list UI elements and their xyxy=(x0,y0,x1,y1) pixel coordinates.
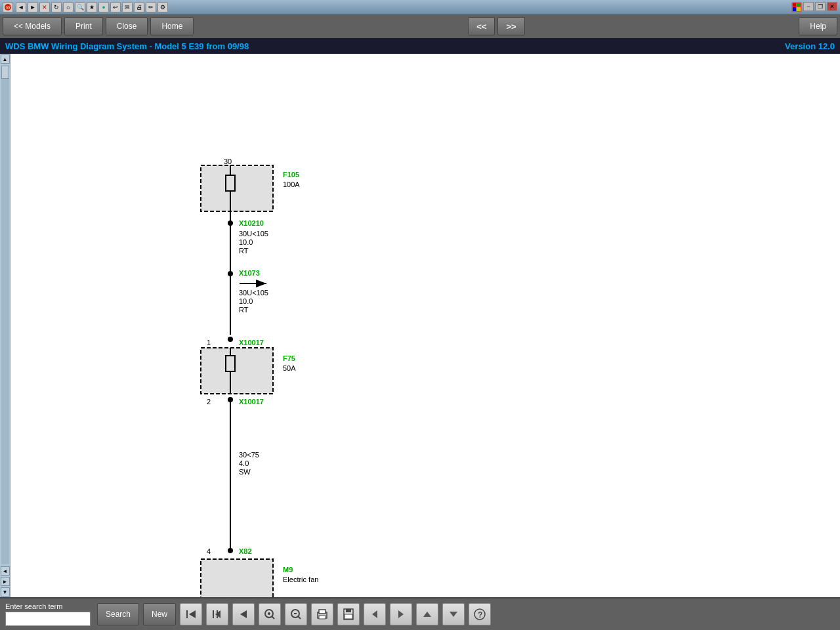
content-area: ▲ ◄ ► ▼ 30 F105 100A X1021 xyxy=(0,54,840,597)
titlebar-icons: ◄ ► ✕ ↻ ⌂ 🔍 ★ ● ↩ ✉ 🖨 ✏ ⚙ xyxy=(16,2,168,12)
svg-rect-6 xyxy=(201,165,273,211)
svg-text:RT: RT xyxy=(239,247,249,255)
minimize-button[interactable]: − xyxy=(803,2,814,11)
svg-rect-66 xyxy=(319,616,326,619)
svg-text:SW: SW xyxy=(239,468,251,476)
svg-line-60 xyxy=(272,616,274,619)
zoom-out-button[interactable] xyxy=(285,603,307,625)
restore-button[interactable]: ❐ xyxy=(815,2,826,11)
search-small-icon[interactable]: 🔍 xyxy=(75,2,85,12)
svg-marker-56 xyxy=(240,610,247,618)
svg-marker-52 xyxy=(189,610,196,618)
svg-rect-53 xyxy=(213,610,214,618)
svg-text:X1073: X1073 xyxy=(239,269,260,277)
help-button[interactable]: Help xyxy=(799,17,837,35)
scroll-down[interactable]: ▼ xyxy=(1,587,10,597)
home-button[interactable]: Home xyxy=(150,17,194,35)
left-scrollbar[interactable]: ▲ ◄ ► ▼ xyxy=(0,54,10,597)
svg-text:30<75: 30<75 xyxy=(239,451,259,459)
svg-rect-4 xyxy=(793,7,796,11)
nav-right-button[interactable] xyxy=(390,603,412,625)
refresh-icon[interactable]: ↻ xyxy=(51,2,62,12)
version-label: Version 12.0 xyxy=(785,41,835,51)
svg-text:M9: M9 xyxy=(283,566,293,574)
next-button[interactable]: >> xyxy=(497,17,524,35)
nav-left-button[interactable] xyxy=(364,603,386,625)
svg-text:10.0: 10.0 xyxy=(239,297,253,305)
svg-text:F105: F105 xyxy=(283,171,299,178)
scroll-right[interactable]: ► xyxy=(1,577,10,586)
search-input[interactable] xyxy=(5,612,91,626)
scroll-left[interactable]: ◄ xyxy=(1,566,10,576)
media-icon[interactable]: ● xyxy=(98,2,109,12)
svg-text:4: 4 xyxy=(207,547,211,555)
windows-icon[interactable] xyxy=(791,2,802,12)
svg-point-45 xyxy=(228,548,233,553)
svg-text:50A: 50A xyxy=(283,364,296,372)
svg-text:30: 30 xyxy=(224,158,232,165)
prev-page-button[interactable] xyxy=(232,603,255,625)
svg-rect-69 xyxy=(345,614,352,619)
nav-down-button[interactable] xyxy=(442,603,465,625)
new-button[interactable]: New xyxy=(143,603,176,625)
svg-marker-71 xyxy=(398,610,404,618)
home-nav-icon[interactable]: ⌂ xyxy=(63,2,74,12)
svg-text:30U<105: 30U<105 xyxy=(239,230,268,238)
favorites-icon[interactable]: ★ xyxy=(87,2,97,12)
nav-up-button[interactable] xyxy=(416,603,438,625)
save-button[interactable] xyxy=(337,603,360,625)
svg-rect-68 xyxy=(346,609,351,612)
forward-icon[interactable]: ► xyxy=(28,2,38,12)
search-button[interactable]: Search xyxy=(97,603,139,625)
edit-icon[interactable]: ✏ xyxy=(146,2,156,12)
help2-button[interactable]: ? xyxy=(469,603,491,625)
scroll-up[interactable]: ▲ xyxy=(1,54,10,64)
svg-marker-72 xyxy=(423,612,431,617)
tools-icon[interactable]: ⚙ xyxy=(158,2,168,12)
titlebar: W ◄ ► ✕ ↻ ⌂ 🔍 ★ ● ↩ ✉ 🖨 ✏ ⚙ xyxy=(0,0,840,14)
close-button[interactable]: Close xyxy=(106,17,148,35)
svg-text:X10017: X10017 xyxy=(239,398,264,406)
goto-prev-page-button[interactable] xyxy=(206,603,228,625)
svg-text:10.0: 10.0 xyxy=(239,238,253,246)
svg-text:1: 1 xyxy=(207,339,211,346)
svg-text:Electric fan: Electric fan xyxy=(283,576,318,583)
start-icon[interactable]: W xyxy=(3,2,13,12)
mail-icon[interactable]: ✉ xyxy=(122,2,133,12)
svg-text:RT: RT xyxy=(239,306,249,314)
svg-rect-65 xyxy=(319,610,326,614)
svg-rect-2 xyxy=(793,3,796,7)
infobar: WDS BMW Wiring Diagram System - Model 5 … xyxy=(0,38,840,54)
back-icon[interactable]: ◄ xyxy=(16,2,26,12)
diagram-area: 30 F105 100A X10210 30U<105 10.0 RT X xyxy=(10,54,840,597)
svg-text:X10210: X10210 xyxy=(239,219,264,227)
svg-text:4.0: 4.0 xyxy=(239,459,249,467)
svg-text:X10017: X10017 xyxy=(239,339,264,346)
svg-rect-47 xyxy=(201,559,273,597)
scroll-track[interactable] xyxy=(1,66,9,564)
svg-marker-70 xyxy=(372,610,377,618)
print-button[interactable]: Print xyxy=(64,17,103,35)
close-button[interactable]: ✕ xyxy=(827,2,837,11)
statusbar: Enter search term Search New xyxy=(0,597,840,630)
prev-button[interactable]: << xyxy=(468,17,495,35)
print-small-icon[interactable]: 🖨 xyxy=(134,2,144,12)
stop-icon[interactable]: ✕ xyxy=(39,2,50,12)
zoom-in-button[interactable] xyxy=(259,603,281,625)
window-controls: − ❐ ✕ xyxy=(791,2,837,12)
svg-text:?: ? xyxy=(478,610,482,620)
history-icon[interactable]: ↩ xyxy=(110,2,121,12)
svg-text:30U<105: 30U<105 xyxy=(239,289,268,297)
goto-start-button[interactable] xyxy=(180,603,202,625)
print2-button[interactable] xyxy=(311,603,333,625)
svg-text:F75: F75 xyxy=(283,354,295,362)
models-button[interactable]: << Models xyxy=(3,17,62,35)
svg-rect-31 xyxy=(201,348,273,394)
svg-text:2: 2 xyxy=(207,398,211,406)
svg-rect-51 xyxy=(186,610,188,618)
search-label: Enter search term xyxy=(5,602,91,610)
search-section: Enter search term xyxy=(5,602,91,626)
main-toolbar: << Models Print Close Home << >> Help xyxy=(0,14,840,38)
svg-point-29 xyxy=(228,337,233,342)
scroll-thumb[interactable] xyxy=(1,66,9,79)
